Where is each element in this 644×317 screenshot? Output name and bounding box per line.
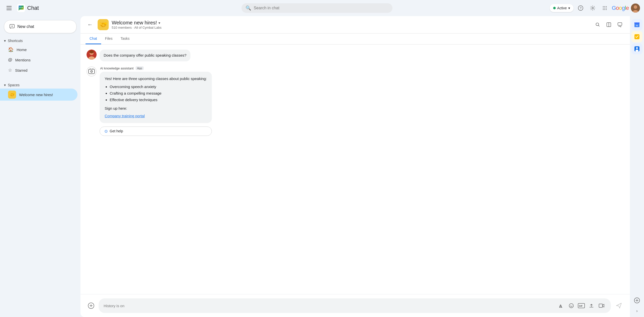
get-help-label: Get help [110, 129, 123, 133]
help-button[interactable]: ? [576, 3, 586, 13]
shortcuts-header[interactable]: ▾ Shortcuts [0, 37, 80, 44]
title-dropdown-icon: ▾ [158, 21, 160, 25]
spaces-header[interactable]: ▾ Spaces [0, 82, 80, 89]
search-bar: 🔍 [85, 3, 550, 13]
ai-signup-text: Sign up here: [105, 105, 207, 111]
right-sidebar-collapse-button[interactable]: › [634, 308, 640, 314]
send-button[interactable] [614, 301, 624, 311]
main-content: ← 🤝 Welcome new hires! ▾ 510 members · A… [80, 16, 630, 317]
spaces-label: Spaces [8, 83, 20, 87]
help-icon: ? [578, 5, 583, 11]
ai-message-row: ? AI knowledge assistant App Yes! Here a… [87, 66, 624, 136]
user-message-text: Does the company offer public speaking c… [104, 53, 186, 57]
message-input-box[interactable]: A [99, 298, 611, 313]
menu-button[interactable] [4, 3, 14, 13]
members-count: 510 members [112, 26, 132, 29]
svg-point-9 [606, 6, 607, 7]
message-row: Does the company offer public speaking c… [87, 50, 624, 61]
shortcuts-label: Shortcuts [8, 39, 23, 43]
chat-title[interactable]: Welcome new hires! ▾ [112, 20, 590, 26]
sidebar-item-home[interactable]: 🏠 Home [0, 44, 77, 55]
search-input-wrap[interactable]: 🔍 [242, 3, 392, 13]
right-sidebar: 31 › [630, 16, 644, 317]
status-button[interactable]: Active ▾ [550, 4, 574, 12]
thread-icon [617, 22, 622, 27]
ai-message-avatar: ? [87, 66, 97, 76]
user-avatar[interactable] [631, 4, 640, 13]
tab-chat[interactable]: Chat [86, 33, 101, 44]
chat-header-subtitle: 510 members · All of Cymbal Labs [112, 26, 590, 29]
svg-point-8 [604, 6, 605, 7]
ai-sender-name: AI knowledge assistant [100, 66, 134, 70]
split-view-button[interactable] [604, 20, 614, 30]
sidebar-item-starred[interactable]: ☆ Starred [0, 65, 77, 75]
svg-point-13 [603, 9, 603, 10]
svg-point-1 [20, 7, 20, 8]
top-bar-left: Chat [4, 3, 85, 13]
ai-avatar-svg: ? [88, 68, 95, 75]
search-input[interactable] [254, 6, 388, 10]
svg-point-20 [596, 23, 599, 26]
sidebar-item-mentions[interactable]: @ Mentions [0, 55, 77, 65]
right-sidebar-add-button[interactable] [632, 296, 641, 305]
add-attachment-button[interactable] [87, 301, 96, 310]
thread-view-button[interactable] [615, 20, 625, 30]
video-button[interactable] [597, 301, 606, 310]
messages-area: Does the company offer public speaking c… [80, 45, 630, 294]
get-help-icon: ⊙ [104, 129, 108, 134]
chat-header-info: Welcome new hires! ▾ 510 members · All o… [112, 20, 590, 29]
calendar-icon: 31 [634, 22, 640, 28]
tab-tasks[interactable]: Tasks [116, 33, 134, 44]
svg-point-11 [604, 8, 605, 9]
svg-point-6 [592, 7, 593, 9]
add-circle-icon [88, 302, 94, 309]
svg-point-28 [89, 50, 94, 53]
sidebar-item-mentions-label: Mentions [15, 58, 31, 62]
right-sidebar-tasks-button[interactable] [631, 31, 642, 42]
send-icon [616, 302, 622, 309]
back-button[interactable]: ← [86, 20, 95, 29]
user-message-bubble: Does the company offer public speaking c… [100, 50, 190, 61]
chat-search-button[interactable] [593, 20, 603, 30]
spaces-chevron-icon: ▾ [4, 83, 6, 87]
mentions-icon: @ [8, 57, 12, 62]
list-item: Crafting a compelling message [110, 90, 207, 96]
contacts-icon [634, 46, 640, 52]
tab-files[interactable]: Files [101, 33, 117, 44]
upload-button[interactable] [587, 301, 596, 310]
list-item: Overcoming speech anxiety [110, 84, 207, 90]
message-input[interactable] [104, 304, 554, 308]
ai-message-bubble: Yes! Here are three upcoming classes abo… [100, 72, 212, 123]
portal-link[interactable]: Company training portal [105, 114, 145, 118]
svg-point-7 [603, 6, 603, 7]
get-help-button[interactable]: ⊙ Get help [100, 127, 212, 136]
right-sidebar-contacts-button[interactable] [631, 43, 642, 54]
status-label: Active [557, 6, 567, 10]
chat-title-text: Welcome new hires! [112, 20, 157, 26]
chat-tabs: Chat Files Tasks [80, 33, 630, 45]
chat-header: ← 🤝 Welcome new hires! ▾ 510 members · A… [80, 16, 630, 33]
svg-rect-40 [599, 304, 602, 307]
svg-rect-42 [634, 22, 639, 24]
svg-point-35 [569, 304, 574, 308]
format-text-icon: A [559, 303, 564, 308]
format-text-button[interactable]: A [557, 301, 566, 310]
shortcuts-chevron-icon: ▾ [4, 39, 6, 43]
gif-button[interactable]: GIF [577, 301, 586, 310]
apps-button[interactable] [600, 3, 610, 13]
chat-header-actions [593, 20, 625, 30]
right-sidebar-calendar-button[interactable]: 31 [631, 19, 642, 30]
new-chat-button[interactable]: New chat [4, 20, 76, 33]
space-item-label: Welcome new hires! [19, 93, 53, 97]
sidebar-item-welcome-new-hires[interactable]: 🤝 Welcome new hires! [0, 89, 77, 101]
emoji-button[interactable] [567, 301, 576, 310]
settings-icon [590, 5, 595, 11]
input-actions: A [557, 301, 606, 310]
new-chat-label: New chat [17, 24, 34, 29]
starred-icon: ☆ [8, 67, 12, 73]
settings-button[interactable] [588, 3, 598, 13]
ai-message-intro: Yes! Here are three upcoming classes abo… [105, 76, 207, 82]
google-logo-text: Google [612, 5, 629, 11]
user-message-avatar [87, 50, 97, 60]
svg-point-10 [603, 8, 603, 9]
